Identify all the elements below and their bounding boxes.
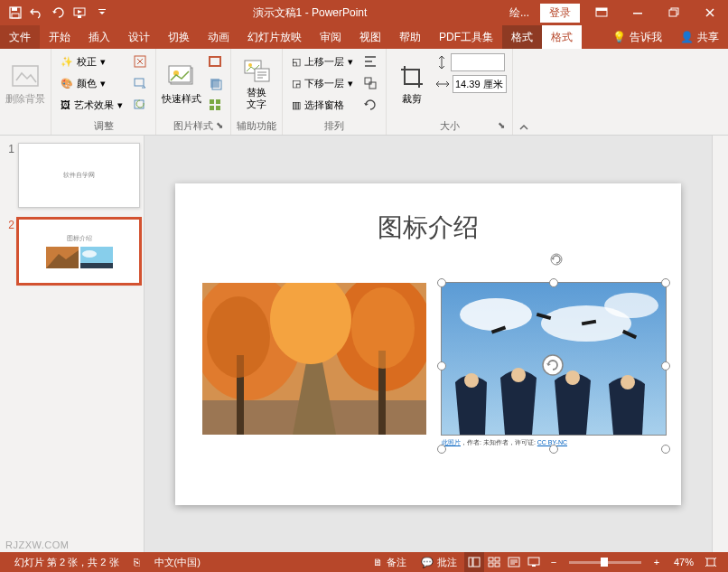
slideshow-view-button[interactable] [524,552,544,572]
picture-effects-button[interactable] [205,73,225,93]
collapse-ribbon-button[interactable] [513,49,535,135]
quick-styles-button[interactable]: 快速样式 [162,52,201,115]
quick-styles-label: 快速样式 [162,93,201,105]
login-button[interactable]: 登录 [540,4,580,23]
reading-view-button[interactable] [504,552,524,572]
window-controls: 绘... 登录 [502,0,728,25]
tab-format-drawing[interactable]: 格式 [502,25,542,49]
selection-handle[interactable] [549,445,558,454]
tab-design[interactable]: 设计 [119,25,159,49]
zoom-out-button[interactable]: − [544,552,564,572]
picture-styles-launcher[interactable]: ⬊ [216,120,229,133]
thumbnail-preview[interactable]: 软件自学网 [18,143,140,208]
tab-home[interactable]: 开始 [40,25,79,49]
remove-background-button[interactable]: 删除背景 [5,52,45,115]
tab-slideshow[interactable]: 幻灯片放映 [238,25,311,49]
tab-file[interactable]: 文件 [0,25,40,49]
status-bar: 幻灯片 第 2 张，共 2 张 ⎘ 中文(中国) 🗎备注 💬批注 − + 47% [0,552,728,572]
tab-format-picture[interactable]: 格式 [542,25,582,49]
svg-rect-60 [495,558,499,561]
rotate-button[interactable] [360,95,380,115]
tab-view[interactable]: 视图 [350,25,390,49]
slide[interactable]: 图标介绍 [175,183,681,505]
selection-pane-button[interactable]: ▥选择窗格 [288,95,357,115]
tab-review[interactable]: 审阅 [311,25,350,49]
width-input[interactable]: 14.39 厘米 [453,75,507,93]
start-from-beginning-button[interactable] [70,3,90,23]
send-backward-button[interactable]: ◲下移一层▾ [288,73,357,93]
image-attribution-caption[interactable]: 此照片，作者: 未知作者，许可证: CC BY-NC [442,438,567,447]
save-button[interactable] [5,3,25,23]
language-button[interactable]: 中文(中国) [147,556,208,569]
thumbnail-slide-1[interactable]: 1 软件自学网 [4,143,140,208]
ribbon-display-options-button[interactable] [583,0,620,25]
reset-picture-button[interactable] [130,95,150,115]
notes-button[interactable]: 🗎备注 [366,556,414,569]
selection-handle[interactable] [661,278,670,287]
slide-sorter-view-button[interactable] [484,552,504,572]
spellcheck-button[interactable]: ⎘ [126,557,147,567]
tab-help[interactable]: 帮助 [390,25,430,49]
zoom-slider[interactable] [569,561,641,564]
slide-counter[interactable]: 幻灯片 第 2 张，共 2 张 [7,556,126,569]
fit-to-window-button[interactable] [701,552,721,572]
comments-button[interactable]: 💬批注 [414,556,464,569]
ribbon-group-arrange: ◱上移一层▾ ◲下移一层▾ ▥选择窗格 排列 [283,49,387,135]
thumbnail-image-1 [46,247,79,268]
tab-animations[interactable]: 动画 [199,25,238,49]
restore-button[interactable] [656,0,692,25]
redo-button[interactable] [49,3,69,23]
selection-handle[interactable] [437,361,446,370]
selection-handle[interactable] [661,445,670,454]
zoom-level[interactable]: 47% [667,557,701,567]
crop-button[interactable]: 裁剪 [392,52,432,115]
zoom-in-button[interactable]: + [647,552,667,572]
picture-layout-button[interactable] [205,95,225,115]
tab-transitions[interactable]: 切换 [159,25,199,49]
bring-forward-button[interactable]: ◱上移一层▾ [288,52,357,71]
thumbnail-slide-2[interactable]: 2 图标介绍 [4,219,140,284]
share-button[interactable]: 👤共享 [671,25,728,49]
thumbnail-preview[interactable]: 图标介绍 [18,219,140,284]
thumbnail-number: 1 [4,143,18,208]
compress-pictures-button[interactable] [130,52,150,71]
zoom-slider-thumb[interactable] [601,558,608,567]
align-button[interactable] [360,52,380,71]
close-button[interactable] [692,0,728,25]
svg-rect-1 [12,7,17,11]
tell-me-button[interactable]: 💡告诉我 [603,25,671,49]
slide-image-autumn[interactable] [202,283,426,435]
chevron-down-icon: ▾ [348,56,353,68]
selection-handle[interactable] [437,278,446,287]
corrections-button[interactable]: ✨校正▾ [57,52,126,71]
thumbnail-panel[interactable]: 1 软件自学网 2 图标介绍 [0,136,145,552]
corrections-icon: ✨ [61,56,73,68]
center-edit-handle[interactable] [541,353,565,377]
selection-handle[interactable] [549,278,558,287]
window-title: 演示文稿1 - PowerPoint [117,5,502,21]
height-input[interactable] [451,53,505,71]
tab-pdftools[interactable]: PDF工具集 [430,25,502,49]
group-button[interactable] [360,73,380,93]
alt-text-button[interactable]: 替换 文字 [237,52,276,115]
change-picture-button[interactable] [130,73,150,93]
svg-rect-22 [216,99,220,104]
svg-rect-28 [365,78,371,84]
minimize-button[interactable] [620,0,656,25]
size-launcher[interactable]: ⬊ [498,120,510,133]
artistic-effects-button[interactable]: 🖼艺术效果▾ [57,95,126,115]
rotation-handle[interactable] [549,252,564,267]
tab-insert[interactable]: 插入 [79,25,119,49]
selection-handle[interactable] [437,445,446,454]
slide-title[interactable]: 图标介绍 [175,211,681,245]
qat-customize-button[interactable] [92,3,112,23]
undo-button[interactable] [27,3,47,23]
selection-handle[interactable] [661,361,670,370]
normal-view-button[interactable] [464,552,484,572]
vertical-scrollbar[interactable] [712,136,728,552]
slide-canvas-area[interactable]: 图标介绍 [145,136,712,552]
crop-label: 裁剪 [402,93,422,105]
ribbon: 删除背景 ✨校正▾ 🎨颜色▾ 🖼艺术效果▾ 调整 快速样式 [0,49,728,136]
picture-border-button[interactable] [205,52,225,71]
color-button[interactable]: 🎨颜色▾ [57,73,126,93]
